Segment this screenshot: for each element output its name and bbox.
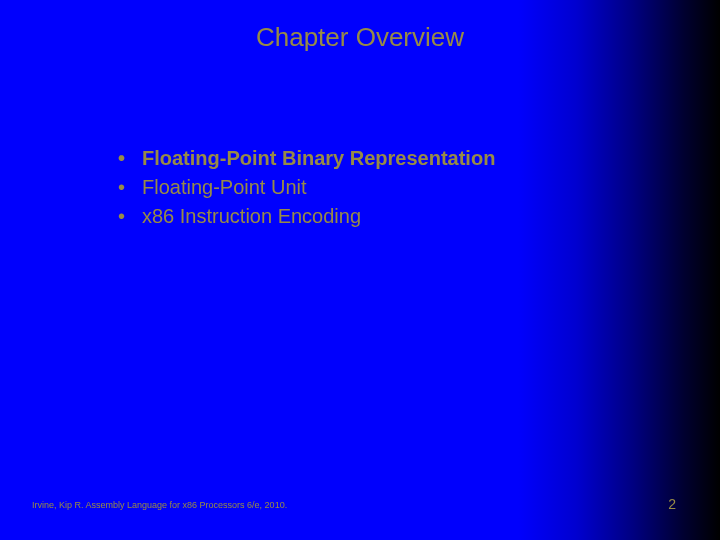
bullet-list: Floating-Point Binary Representation Flo… — [118, 144, 495, 231]
bullet-item: Floating-Point Binary Representation — [118, 144, 495, 173]
bullet-item: x86 Instruction Encoding — [118, 202, 495, 231]
slide-title: Chapter Overview — [0, 22, 720, 53]
footer-citation: Irvine, Kip R. Assembly Language for x86… — [32, 500, 287, 510]
page-number: 2 — [668, 496, 676, 512]
slide: Chapter Overview Floating-Point Binary R… — [0, 0, 720, 540]
bullet-item: Floating-Point Unit — [118, 173, 495, 202]
